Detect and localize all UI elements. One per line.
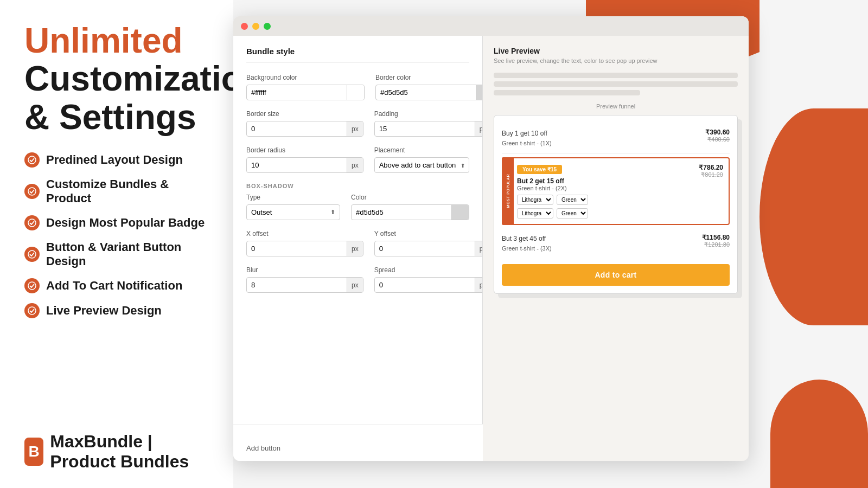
padding-field[interactable]: [375, 121, 475, 136]
check-icon-customize-bundles: [24, 184, 40, 199]
add-button[interactable]: Add button: [246, 442, 280, 454]
spread-field[interactable]: [375, 278, 475, 292]
type-select-arrow: ⬆: [326, 205, 340, 220]
border-color-swatch[interactable]: [476, 85, 483, 100]
feature-item-button-design: Button & Variant Button Design: [24, 240, 217, 268]
variant-select-green-1[interactable]: Green: [557, 195, 588, 205]
bundle-row-2-wrapper: MOST POPULAR You save ₹15 But 2 get 15 o…: [502, 157, 730, 225]
spread-input[interactable]: px: [374, 277, 483, 293]
placement-label: Placement: [374, 146, 469, 154]
title-settings: & Settings: [24, 98, 217, 136]
most-popular-text: MOST POPULAR: [506, 174, 510, 208]
popular-row-header: You save ₹15 But 2 get 15 off Green t-sh…: [517, 164, 723, 191]
x-offset-label: X offset: [246, 230, 363, 237]
bundle-3-price-original: ₹1201.80: [702, 241, 730, 248]
check-icon-design-badge: [24, 215, 40, 230]
y-offset-input[interactable]: px: [374, 241, 483, 256]
brand-icon: B: [24, 438, 43, 466]
svg-point-1: [28, 188, 36, 195]
x-offset-group: X offset px: [246, 230, 363, 256]
border-radius-input[interactable]: px: [246, 157, 363, 173]
shadow-color-input[interactable]: [351, 204, 469, 220]
popular-content: You save ₹15 But 2 get 15 off Green t-sh…: [517, 164, 723, 219]
blur-input[interactable]: px: [246, 277, 363, 293]
type-select[interactable]: Outset Inset: [247, 205, 326, 220]
bg-shape-bottom-right: [770, 380, 868, 488]
bg-color-label: Background color: [246, 74, 365, 81]
traffic-light-yellow[interactable]: [252, 23, 259, 30]
form-panel: Bundle style Background color Border col…: [233, 36, 483, 461]
x-offset-input[interactable]: px: [246, 241, 363, 256]
check-icon-live-preview: [24, 303, 40, 318]
type-color-row: Type Outset Inset ⬆ Color: [246, 194, 469, 220]
feature-list: Predined Layout DesignCustomize Bundles …: [24, 152, 217, 318]
x-offset-unit: px: [347, 241, 363, 256]
border-color-label: Border color: [375, 74, 483, 81]
variant-select-litho-2[interactable]: Lithogra: [517, 208, 553, 219]
border-size-input[interactable]: px: [246, 121, 363, 137]
padding-input[interactable]: px: [374, 121, 483, 137]
bg-color-swatch[interactable]: [347, 85, 364, 100]
window-content: Bundle style Background color Border col…: [233, 36, 749, 461]
bundle-2-prices: ₹786.20 ₹801.20: [699, 164, 723, 178]
window-titlebar: [233, 16, 749, 36]
x-offset-field[interactable]: [247, 241, 347, 256]
skeleton-bar-2: [494, 81, 738, 87]
type-label: Type: [246, 194, 340, 201]
add-to-cart-button[interactable]: Add to cart: [502, 264, 730, 286]
preview-subtitle: See live preview, change the text, color…: [494, 57, 738, 64]
blur-field[interactable]: [247, 278, 347, 292]
color-row: Background color Border color: [246, 74, 469, 100]
border-size-field[interactable]: [247, 121, 347, 136]
variant-select-litho-1[interactable]: Lithogra: [517, 195, 553, 205]
preview-panel: Live Preview See live preview, change th…: [483, 36, 749, 461]
bottom-branding: B MaxBundle | Product Bundles: [24, 421, 217, 472]
traffic-light-green[interactable]: [264, 23, 271, 30]
feature-label-add-to-cart: Add To Cart Notification: [46, 279, 182, 293]
main-window: Bundle style Background color Border col…: [233, 16, 749, 461]
window-footer: Add button: [233, 424, 483, 461]
check-icon-add-to-cart: [24, 278, 40, 293]
bundle-2-price-original: ₹801.20: [699, 171, 723, 178]
box-shadow-section: BOX-SHADOW: [246, 183, 469, 189]
bg-shape-right: [760, 108, 868, 325]
offset-row: X offset px Y offset px: [246, 230, 469, 256]
section-title: Bundle style: [246, 47, 469, 63]
bundle-3-price-current: ₹1156.80: [702, 234, 730, 241]
variant-selects-row-1: Lithogra Green: [517, 195, 723, 205]
variant-selects-row-2: Lithogra Green: [517, 208, 723, 219]
bundle-1-price-current: ₹390.60: [705, 129, 730, 136]
bundle-2-description: But 2 get 15 off: [517, 177, 567, 185]
brand-text: MaxBundle | Product Bundles: [50, 432, 217, 472]
placement-select[interactable]: Above add to cart button Below add to ca…: [374, 157, 469, 173]
border-radius-unit: px: [347, 158, 363, 172]
border-color-text[interactable]: [376, 85, 476, 100]
type-select-wrapper[interactable]: Outset Inset ⬆: [246, 204, 340, 220]
check-icon-button-design: [24, 247, 40, 262]
bundle-row-1: Buy 1 get 10 off Green t-shirt - (1X) ₹3…: [502, 123, 730, 154]
shadow-color-swatch[interactable]: [451, 205, 469, 220]
border-radius-field[interactable]: [247, 158, 347, 172]
bg-color-input[interactable]: [246, 85, 365, 100]
bg-color-text[interactable]: [247, 85, 347, 100]
y-offset-field[interactable]: [375, 241, 475, 256]
shadow-color-text[interactable]: [352, 205, 451, 220]
shadow-color-label: Color: [351, 194, 469, 201]
bundle-2-sub: Green t-shirt - (2X): [517, 185, 567, 191]
popular-save-section: You save ₹15 But 2 get 15 off Green t-sh…: [517, 164, 567, 191]
skeleton-bars: [494, 73, 738, 95]
variant-select-green-2[interactable]: Green: [557, 208, 588, 219]
spread-group: Spread px: [374, 266, 483, 293]
most-popular-badge-container: MOST POPULAR: [502, 157, 514, 225]
traffic-light-red[interactable]: [241, 23, 248, 30]
feature-item-design-badge: Design Most Popular Badge: [24, 215, 217, 230]
y-offset-group: Y offset px: [374, 230, 483, 256]
placement-select-wrapper[interactable]: Above add to cart button Below add to ca…: [374, 157, 469, 173]
feature-label-live-preview: Live Preview Design: [46, 304, 162, 318]
border-color-input[interactable]: [375, 85, 483, 100]
left-content: Unlimited Customization & Settings Predi…: [24, 22, 217, 421]
y-offset-label: Y offset: [374, 230, 483, 237]
bundle-1-price-original: ₹400.60: [705, 136, 730, 143]
blur-group: Blur px: [246, 266, 363, 293]
bundle-3-prices: ₹1156.80 ₹1201.80: [702, 234, 730, 248]
